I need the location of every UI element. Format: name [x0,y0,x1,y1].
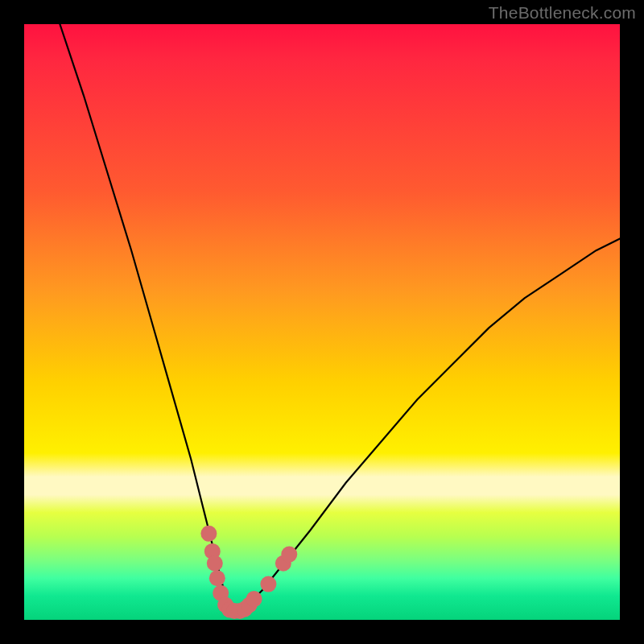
attribution-label: TheBottleneck.com [489,3,636,23]
curve-markers [200,526,297,619]
curve-marker [209,570,225,586]
chart-frame: TheBottleneck.com [0,0,644,644]
curve-marker [246,591,262,607]
curve-marker [260,576,276,592]
curve-marker [200,526,217,542]
bottleneck-curve [60,24,620,608]
plot-area [24,24,620,620]
chart-svg [24,24,620,620]
curve-marker [207,555,223,572]
curve-marker [281,547,297,563]
